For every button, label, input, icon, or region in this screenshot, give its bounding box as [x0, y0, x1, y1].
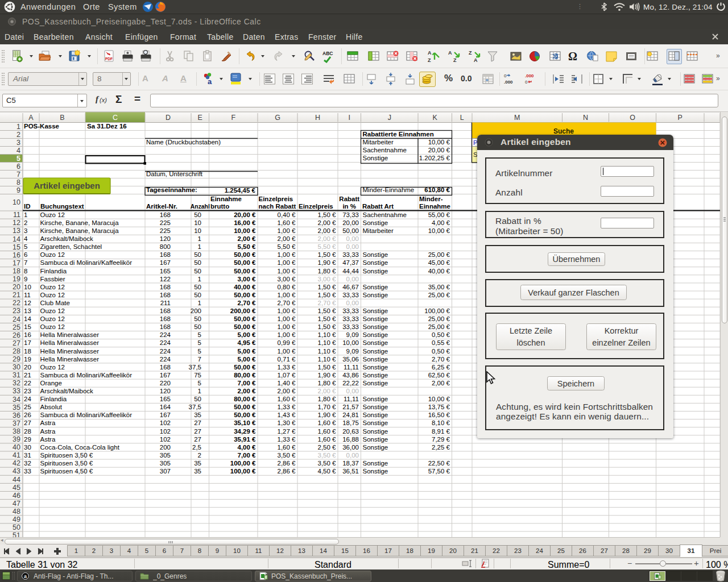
svg-text:2,86 €: 2,86 €	[278, 468, 296, 475]
svg-text:27: 27	[13, 339, 20, 347]
svg-text:50,00: 50,00	[342, 227, 359, 234]
svg-text:Finlandia: Finlandia	[40, 396, 67, 402]
svg-text:Sonstige: Sonstige	[363, 380, 388, 386]
svg-text:2,00 €: 2,00 €	[318, 388, 337, 394]
svg-text:Sonstige: Sonstige	[363, 396, 388, 402]
svg-text:Sonstige: Sonstige	[363, 307, 388, 314]
svg-text:5: 5	[16, 155, 20, 163]
svg-text:50: 50	[194, 292, 201, 298]
svg-text:1.202,25 €: 1.202,25 €	[419, 155, 450, 161]
svg-text:15: 15	[24, 323, 31, 330]
svg-text:5,00 €: 5,00 €	[238, 348, 257, 355]
svg-text:1,00 €: 1,00 €	[278, 331, 296, 338]
svg-text:27: 27	[194, 419, 201, 426]
svg-text:1: 1	[198, 276, 201, 282]
svg-text:200: 200	[191, 307, 201, 314]
svg-text:32: 32	[13, 379, 20, 387]
svg-text:14: 14	[24, 315, 31, 322]
svg-text:Ω: Ω	[568, 50, 577, 63]
svg-text:Hella Mineralwasser: Hella Mineralwasser	[40, 339, 100, 346]
svg-text:6: 6	[16, 163, 20, 171]
svg-text:Rabattierte Einnahmen: Rabattierte Einnahmen	[363, 131, 434, 138]
svg-text:Ouzo 12: Ouzo 12	[40, 307, 65, 314]
svg-text:1,33 €: 1,33 €	[278, 436, 296, 443]
svg-text:Rabatt: Rabatt	[339, 196, 359, 202]
svg-text:224: 224	[160, 348, 171, 355]
svg-text:Astra: Astra	[40, 436, 56, 443]
svg-text:16,00 €: 16,00 €	[234, 219, 256, 226]
svg-text:50,00 €: 50,00 €	[234, 315, 256, 322]
svg-text:H: H	[315, 114, 320, 122]
svg-text:62,50 €: 62,50 €	[428, 372, 450, 379]
svg-text:1,50 €: 1,50 €	[318, 211, 337, 218]
svg-text:1,10 €: 1,10 €	[318, 331, 337, 338]
svg-text:Orange: Orange	[40, 380, 62, 386]
svg-text:Tageseinnahme:: Tageseinnahme:	[146, 186, 197, 193]
svg-text:Astra: Astra	[40, 428, 56, 435]
svg-text:B: B	[60, 114, 64, 122]
svg-text:0: 0	[504, 73, 507, 78]
svg-text:2,00 €: 2,00 €	[278, 388, 296, 394]
svg-text:1,50 €: 1,50 €	[318, 284, 337, 290]
svg-text:8: 8	[24, 268, 27, 275]
svg-text:0,00: 0,00	[346, 243, 359, 250]
svg-text:Finlandia: Finlandia	[40, 268, 67, 275]
svg-text:33: 33	[13, 387, 20, 395]
svg-text:Einnahme: Einnahme	[419, 203, 450, 210]
svg-text:21: 21	[24, 372, 31, 379]
svg-text:43: 43	[13, 467, 20, 475]
svg-text:31: 31	[24, 452, 31, 459]
svg-text:20: 20	[24, 364, 31, 371]
svg-text:5,50 €: 5,50 €	[278, 243, 296, 250]
svg-text:Spirituosen 3,50 €: Spirituosen 3,50 €	[40, 452, 93, 459]
svg-text:25: 25	[13, 323, 20, 331]
svg-text:100,00 €: 100,00 €	[230, 460, 256, 467]
svg-text:Zigaretten, Schachtel: Zigaretten, Schachtel	[40, 243, 102, 250]
svg-text:13: 13	[24, 307, 31, 314]
svg-text:19: 19	[24, 356, 31, 363]
svg-text:2,70 €: 2,70 €	[238, 300, 257, 306]
svg-text:50: 50	[194, 315, 201, 322]
svg-text:50,00 €: 50,00 €	[234, 404, 256, 410]
svg-text:26: 26	[24, 411, 31, 418]
svg-text:Club Mate: Club Mate	[40, 300, 70, 306]
svg-text:M: M	[514, 114, 520, 122]
svg-text:5,50 €: 5,50 €	[318, 243, 337, 250]
svg-text:18,75: 18,75	[342, 419, 359, 426]
svg-text:9,09: 9,09	[346, 331, 359, 338]
svg-text:20,00 €: 20,00 €	[428, 147, 450, 153]
svg-text:Sonstige: Sonstige	[363, 460, 388, 467]
svg-text:168: 168	[160, 323, 171, 330]
svg-text:50: 50	[194, 396, 201, 402]
svg-text:40: 40	[13, 443, 20, 451]
svg-text:7,00 €: 7,00 €	[238, 380, 257, 386]
svg-text:224: 224	[160, 331, 171, 338]
svg-text:0,80 €: 0,80 €	[278, 284, 296, 290]
svg-text:33,33: 33,33	[342, 251, 359, 258]
svg-text:Ouzo 12: Ouzo 12	[40, 364, 65, 371]
svg-text:1,00 €: 1,00 €	[278, 292, 296, 298]
svg-text:1,60 €: 1,60 €	[278, 219, 296, 226]
svg-text:25: 25	[24, 404, 31, 410]
svg-text:164: 164	[160, 404, 171, 410]
svg-text:0,00: 0,00	[346, 300, 359, 306]
svg-text:38: 38	[13, 427, 20, 435]
svg-text:Ouzo 12: Ouzo 12	[40, 211, 65, 218]
svg-text:120: 120	[160, 235, 171, 242]
svg-text:19: 19	[13, 275, 20, 283]
svg-text:Sonstige: Sonstige	[363, 348, 388, 355]
svg-text:O: O	[630, 114, 635, 122]
svg-text:Einnahme: Einnahme	[210, 196, 242, 202]
svg-text:9: 9	[24, 276, 27, 282]
svg-text:307: 307	[160, 468, 171, 475]
svg-text:I: I	[349, 114, 350, 122]
svg-text:2: 2	[198, 452, 201, 459]
svg-text:Absolut: Absolut	[40, 404, 63, 410]
svg-text:50,00 €: 50,00 €	[234, 411, 256, 418]
svg-text:Ouzo 12: Ouzo 12	[40, 323, 65, 330]
svg-text:3,50 €: 3,50 €	[318, 452, 337, 459]
svg-text:1: 1	[16, 123, 20, 131]
svg-text:27: 27	[194, 436, 201, 443]
svg-text:Sonstige: Sonstige	[363, 219, 388, 226]
svg-text:10,00 €: 10,00 €	[428, 227, 450, 234]
